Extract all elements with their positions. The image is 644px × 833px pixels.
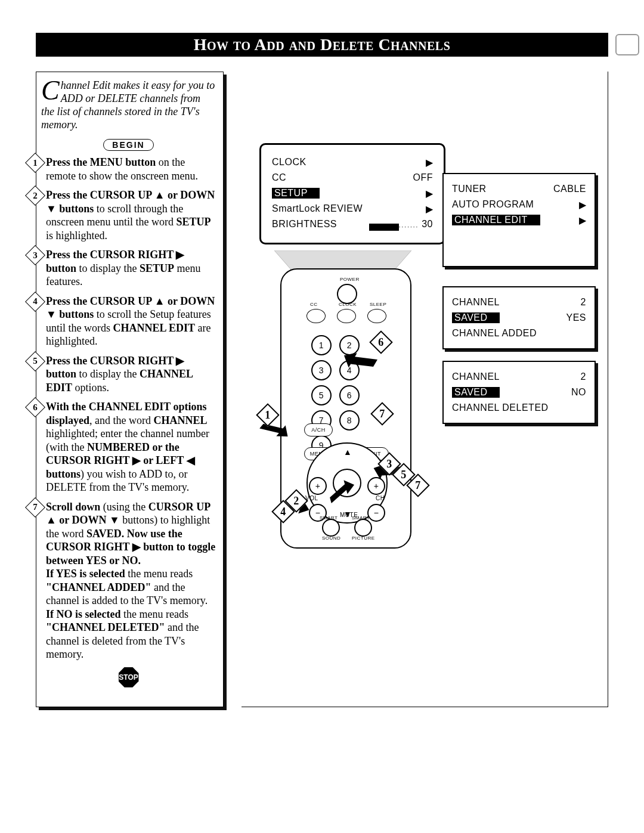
page-title-text: How to Add and Delete Channels [194,35,451,54]
osd-row-smartlock: SmartLock REVIEW▶ [272,201,433,216]
num-8[interactable]: 8 [339,410,360,431]
step-4: 4 Press the CURSOR UP ▲ or DOWN ▼ button… [41,295,216,348]
osd-row-setup: SETUP▶ [272,185,433,201]
clock-button[interactable] [337,309,356,323]
cc-button[interactable] [306,309,326,323]
callout-4: 4 [275,503,292,520]
step-1: 1 Press the MENU button on the remote to… [41,156,216,182]
illustration-panel: CLOCK▶ CCOFF SETUP▶ SmartLock REVIEW▶ BR… [242,72,608,707]
begin-marker: BEGIN [41,138,216,151]
step-5: 5 Press the CURSOR RIGHT ▶ button to dis… [41,354,216,395]
setup-submenu-panel: TUNERCABLE AUTO PROGRAM▶ CHANNEL EDIT▶ [442,173,596,267]
hand-icon [323,470,364,512]
tv-osd: CLOCK▶ CCOFF SETUP▶ SmartLock REVIEW▶ BR… [259,143,445,244]
smart-picture-button[interactable] [354,519,372,537]
instructions-panel: Channel Edit makes it easy for you to AD… [36,72,224,707]
num-3[interactable]: 3 [311,360,332,380]
step-7: 7 Scroll down (using the CURSOR UP ▲ or … [41,500,216,661]
num-6[interactable]: 6 [339,385,360,405]
callout-6: 6 [373,334,389,351]
num-1[interactable]: 1 [311,335,332,355]
channel-deleted-panel: CHANNEL2 SAVEDNO CHANNEL DELETED [442,361,596,424]
smart-sound-button[interactable] [322,519,340,537]
osd-row-cc: CCOFF [272,170,433,185]
page-title: How to Add and Delete Channels [36,33,608,57]
tv-icon [615,34,639,55]
ach-button[interactable]: A/CH [304,423,333,436]
ch-down[interactable]: − [367,504,385,522]
num-5[interactable]: 5 [311,385,332,405]
step-3: 3 Press the CURSOR RIGHT ▶ button to dis… [41,248,216,289]
channel-added-panel: CHANNEL2 SAVEDYES CHANNEL ADDED [442,286,596,349]
callout-1: 1 [259,407,276,423]
callout-7: 7 [374,405,391,422]
sleep-button[interactable] [367,309,386,323]
osd-row-clock: CLOCK▶ [272,154,433,170]
osd-row-brightness: BRIGHTNESS ······· 30 [272,216,433,232]
intro-text: Channel Edit makes it easy for you to AD… [41,79,216,132]
step-2: 2 Press the CURSOR UP ▲ or DOWN ▼ button… [41,188,216,242]
step-6: 6 With the CHANNEL EDIT options displaye… [41,400,216,494]
stop-marker: STOP [41,667,216,688]
power-label: POWER [340,277,360,282]
callout-7b: 7 [410,477,426,494]
power-button[interactable] [337,284,357,304]
drop-cap: C [41,80,60,101]
